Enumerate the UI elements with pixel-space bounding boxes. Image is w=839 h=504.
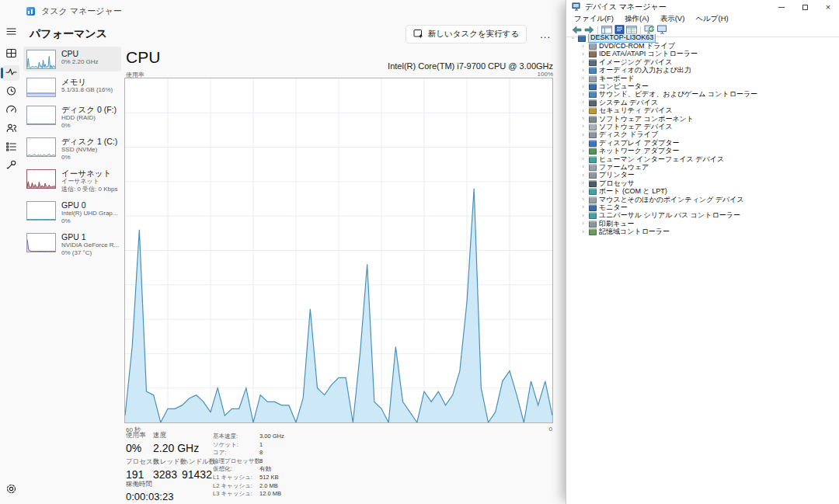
tree-item-20[interactable]: ›モニター [566, 203, 839, 211]
disk0-card-line-0: HDD (RAID) [61, 114, 117, 122]
chevron-down-icon[interactable]: › [569, 35, 576, 42]
rail-startup-apps-button[interactable] [2, 103, 19, 118]
rail-users-button[interactable] [2, 121, 19, 137]
chevron-right-icon[interactable]: › [580, 99, 587, 106]
dvd-drive-icon [589, 43, 597, 50]
tree-item-16[interactable]: ›プリンター [566, 172, 839, 179]
chevron-right-icon[interactable]: › [580, 123, 587, 130]
navigation-menu-icon [5, 26, 17, 40]
chevron-right-icon[interactable]: › [580, 189, 587, 195]
chevron-right-icon[interactable]: › [580, 204, 587, 210]
tree-item-label: プロセッサ [599, 180, 635, 187]
ethernet-mini-graph [26, 169, 56, 189]
tree-item-1[interactable]: ›IDE ATA/ATAPI コントローラー [566, 50, 839, 58]
tree-item-5[interactable]: ›コンピューター [566, 82, 839, 90]
chevron-right-icon[interactable]: › [580, 59, 587, 65]
tree-item-19[interactable]: ›マウスとそのほかのポインティング デバイス [566, 196, 839, 203]
sidebar-card-gpu1[interactable]: GPU 1NVIDIA GeForce R...0% (37 °C) [23, 230, 121, 259]
detail-value: 8 [259, 457, 263, 464]
tree-item-3[interactable]: ›オーディオの入力および出力 [566, 67, 839, 75]
device-manager-titlebar[interactable]: デバイス マネージャー × [566, 0, 839, 14]
tree-item-7[interactable]: ›システム デバイス [566, 99, 839, 106]
sidebar-card-ethernet[interactable]: イーサネットイーサネット送信: 0 受信: 0 Kbps [23, 166, 121, 195]
detail-value: 1 [259, 441, 263, 448]
rail-app-history-button[interactable] [2, 84, 19, 99]
menu-item-3[interactable]: ヘルプ(H) [690, 14, 733, 24]
rail-details-button[interactable] [2, 140, 19, 155]
sidebar-card-gpu0[interactable]: GPU 0Intel(R) UHD Grap...0% [23, 198, 121, 227]
performance-sidebar: CPU0% 2.20 GHzメモリ5.1/31.8 GB (16%)ディスク 0… [23, 47, 121, 259]
tree-item-12[interactable]: ›ディスプレイ アダプター [566, 139, 839, 147]
chevron-right-icon[interactable]: › [580, 43, 587, 50]
chevron-right-icon[interactable]: › [580, 156, 587, 162]
rail-performance-button[interactable] [2, 65, 19, 81]
tree-item-10[interactable]: ›ソフトウェア デバイス [566, 123, 839, 130]
task-manager-titlebar[interactable]: タスク マネージャー [0, 0, 566, 22]
chevron-right-icon[interactable]: › [580, 84, 587, 90]
rail-settings-button[interactable] [2, 482, 19, 498]
tree-item-22[interactable]: ›印刷キュー [566, 220, 839, 228]
tree-item-18[interactable]: ›ポート (COM と LPT) [566, 187, 839, 195]
services-icon [5, 159, 17, 174]
tree-item-label: オーディオの入力および出力 [599, 67, 691, 74]
gpu0-card-line-1: 0% [61, 217, 117, 225]
sidebar-card-disk1[interactable]: ディスク 1 (C:)SSD (NVMe)0% [23, 134, 121, 163]
users-icon [5, 122, 17, 137]
chevron-right-icon[interactable]: › [580, 148, 587, 155]
tree-item-23[interactable]: ›記憶域コントローラー [566, 228, 839, 235]
maximize-button[interactable] [800, 2, 809, 12]
tree-item-6[interactable]: ›サウンド、ビデオ、およびゲーム コントローラー [566, 91, 839, 99]
tree-item-11[interactable]: ›ディスク ドライブ [566, 131, 839, 139]
tree-item-14[interactable]: ›ヒューマン インターフェイス デバイス [566, 155, 839, 163]
chevron-right-icon[interactable]: › [580, 164, 587, 170]
chevron-right-icon[interactable]: › [580, 116, 587, 122]
cpu-processor-name: Intel(R) Core(TM) i7-9700 CPU @ 3.00GHz [388, 61, 553, 71]
chevron-right-icon[interactable]: › [580, 180, 587, 186]
chevron-right-icon[interactable]: › [580, 221, 587, 227]
minimize-button[interactable] [777, 2, 786, 12]
device-manager-app-icon [572, 0, 581, 14]
chevron-right-icon[interactable]: › [580, 75, 587, 82]
chevron-right-icon[interactable]: › [580, 213, 587, 219]
chevron-right-icon[interactable]: › [580, 132, 587, 138]
disk1-mini-graph [26, 137, 56, 157]
tree-item-8[interactable]: ›セキュリティ デバイス [566, 107, 839, 115]
disk1-card-text: ディスク 1 (C:)SSD (NVMe)0% [61, 137, 117, 161]
tree-root-node[interactable]: ›DESKTOP-LI3OK63 [566, 34, 839, 42]
rail-processes-button[interactable] [2, 47, 19, 62]
tree-item-9[interactable]: ›ソフトウェア コンポーネント [566, 115, 839, 123]
mice-pointing-devices-icon [589, 196, 597, 203]
tree-item-2[interactable]: ›イメージング デバイス [566, 58, 839, 66]
rail-navigation-menu-button[interactable] [2, 25, 19, 40]
tree-item-17[interactable]: ›プロセッサ [566, 179, 839, 187]
tree-item-label: ネットワーク アダプター [599, 148, 679, 155]
minimize-icon [778, 7, 785, 8]
tree-item-21[interactable]: ›ユニバーサル シリアル バス コントローラー [566, 212, 839, 220]
tree-item-15[interactable]: ›ファームウェア [566, 163, 839, 171]
more-options-button[interactable]: ... [536, 29, 555, 40]
tree-item-13[interactable]: ›ネットワーク アダプター [566, 147, 839, 155]
close-button[interactable]: × [823, 2, 833, 12]
tree-item-4[interactable]: ›キーボード [566, 75, 839, 82]
chevron-right-icon[interactable]: › [580, 108, 587, 114]
cpu-card-line-0: 0% 2.20 GHz [61, 58, 99, 66]
chevron-right-icon[interactable]: › [580, 140, 587, 146]
tree-item-0[interactable]: ›DVD/CD-ROM ドライブ [566, 42, 839, 50]
chevron-right-icon[interactable]: › [580, 51, 587, 57]
chevron-right-icon[interactable]: › [580, 92, 587, 98]
run-new-task-button[interactable]: 新しいタスクを実行する [406, 25, 527, 43]
sidebar-card-disk0[interactable]: ディスク 0 (F:)HDD (RAID)0% [23, 103, 121, 131]
chevron-right-icon[interactable]: › [580, 196, 587, 203]
disk1-card-title: ディスク 1 (C:) [61, 137, 117, 146]
sidebar-card-cpu[interactable]: CPU0% 2.20 GHz [23, 47, 121, 71]
chevron-right-icon[interactable]: › [580, 68, 587, 74]
toolbar-separator [640, 26, 641, 35]
tree-item-label: モニター [599, 204, 628, 211]
rail-services-button[interactable] [2, 158, 19, 174]
software-devices-icon [589, 123, 597, 130]
disk0-card-line-1: 0% [61, 122, 117, 130]
chevron-right-icon[interactable]: › [580, 229, 587, 235]
disk-drives-icon [589, 131, 597, 138]
sidebar-card-memory[interactable]: メモリ5.1/31.8 GB (16%) [23, 75, 121, 99]
chevron-right-icon[interactable]: › [580, 172, 587, 179]
